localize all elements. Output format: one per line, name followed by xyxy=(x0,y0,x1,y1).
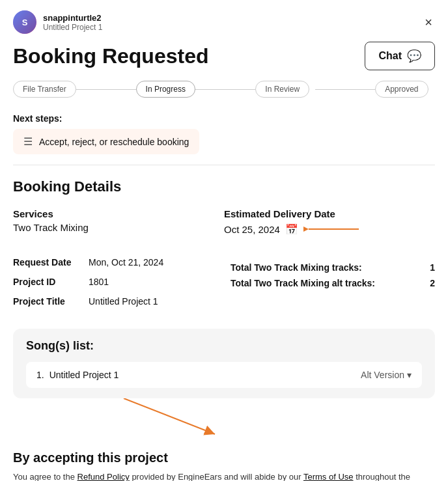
avatar: S xyxy=(13,10,36,34)
step-connector-3 xyxy=(315,89,375,90)
songs-title: Song(s) list: xyxy=(26,339,422,353)
details-grid: Services Two Track Mixing Estimated Deli… xyxy=(13,208,435,247)
booking-details: Booking Details Services Two Track Mixin… xyxy=(0,165,448,316)
track-label-2: Total Two Track Mixing alt tracks: xyxy=(231,278,375,288)
alt-version-label: Alt Version xyxy=(361,370,404,380)
step-connector-2 xyxy=(195,89,255,90)
track-row-1: Total Two Track Mixing tracks: 1 xyxy=(231,262,435,273)
page-title: Booking Requested xyxy=(13,44,208,68)
project-id-value: 1801 xyxy=(89,277,109,287)
project-title-label: Project Title xyxy=(13,296,78,307)
song-item: 1. Untitled Project 1 Alt Version ▾ xyxy=(26,362,422,388)
track-info: Total Two Track Mixing tracks: 1 Total T… xyxy=(231,262,435,316)
services-value: Two Track Mixing xyxy=(13,222,224,233)
detail-right: Estimated Delivery Date Oct 25, 2024 📅 xyxy=(224,208,435,247)
step-connector-1 xyxy=(76,89,136,90)
track-label-1: Total Two Track Mixing tracks: xyxy=(231,262,362,273)
project-title-row: Project Title Untitled Project 1 xyxy=(13,296,217,307)
arrow-annotation-horizontal xyxy=(303,222,362,236)
project-title-value: Untitled Project 1 xyxy=(89,296,158,307)
close-button[interactable]: × xyxy=(422,13,435,31)
title-area: Booking Requested Chat 💬 xyxy=(0,36,448,81)
header: S snappinturtle2 Untitled Project 1 × xyxy=(0,0,448,36)
track-row-2: Total Two Track Mixing alt tracks: 2 xyxy=(231,278,435,288)
delivery-date-row: Oct 25, 2024 📅 xyxy=(224,222,362,236)
user-info: snappinturtle2 Untitled Project 1 xyxy=(43,13,102,32)
list-icon: ☰ xyxy=(23,135,33,148)
request-date-label: Request Date xyxy=(13,257,78,268)
project-id-label: Project ID xyxy=(13,277,78,287)
chevron-down-icon: ▾ xyxy=(407,370,412,380)
step-label-in-review: In Review xyxy=(255,81,309,98)
header-left: S snappinturtle2 Untitled Project 1 xyxy=(13,10,102,34)
request-date-row: Request Date Mon, Oct 21, 2024 xyxy=(13,257,217,268)
step-label-file-transfer: File Transfer xyxy=(13,81,76,98)
song-left: 1. Untitled Project 1 xyxy=(36,370,119,380)
services-label: Services xyxy=(13,208,224,219)
request-date-value: Mon, Oct 21, 2024 xyxy=(89,257,163,268)
song-number: 1. xyxy=(36,370,44,380)
step-label-approved: Approved xyxy=(375,81,428,98)
step-in-review: In Review xyxy=(255,81,315,98)
next-steps-action-label: Accept, reject, or reschedule booking xyxy=(39,137,189,147)
booking-details-title: Booking Details xyxy=(13,178,435,195)
step-file-transfer: File Transfer xyxy=(13,81,76,98)
songs-section: Song(s) list: 1. Untitled Project 1 Alt … xyxy=(13,329,435,398)
progress-steps: File Transfer In Progress In Review Appr… xyxy=(0,81,448,108)
terms-link[interactable]: Terms of Use xyxy=(303,472,354,481)
next-steps-section: Next steps: ☰ Accept, reject, or resched… xyxy=(0,108,448,165)
track-count-1: 1 xyxy=(430,262,435,273)
song-name: Untitled Project 1 xyxy=(49,370,119,380)
step-label-in-progress: In Progress xyxy=(136,81,195,98)
svg-line-3 xyxy=(124,398,215,434)
detail-left: Services Two Track Mixing xyxy=(13,208,224,247)
next-steps-heading: Next steps: xyxy=(13,113,435,124)
refund-policy-link[interactable]: Refund Policy xyxy=(77,472,130,481)
username: snappinturtle2 xyxy=(43,13,102,23)
detail-rows: Request Date Mon, Oct 21, 2024 Project I… xyxy=(13,257,435,316)
delivery-label: Estimated Delivery Date xyxy=(224,208,435,219)
arrow-annotation-area xyxy=(13,398,435,437)
chat-button[interactable]: Chat 💬 xyxy=(365,42,435,70)
project-id-row: Project ID 1801 xyxy=(13,277,217,287)
diagonal-arrow-svg xyxy=(98,398,293,437)
accepting-desc: You agree to the Refund Policy provided … xyxy=(13,471,435,481)
chat-icon: 💬 xyxy=(407,49,421,63)
delivery-date: Oct 25, 2024 xyxy=(224,224,280,235)
alt-version-button[interactable]: Alt Version ▾ xyxy=(361,370,412,380)
step-in-progress: In Progress xyxy=(136,81,196,98)
track-count-2: 2 xyxy=(430,278,435,288)
accepting-desc-pre: You agree to the xyxy=(13,472,77,481)
accepting-section: By accepting this project You agree to t… xyxy=(0,437,448,481)
chat-label: Chat xyxy=(378,50,402,62)
step-approved: Approved xyxy=(375,81,435,98)
accepting-title: By accepting this project xyxy=(13,450,435,465)
next-steps-action-button[interactable]: ☰ Accept, reject, or reschedule booking xyxy=(13,129,199,154)
modal-container: S snappinturtle2 Untitled Project 1 × Bo… xyxy=(0,0,448,481)
accepting-desc-mid: provided by EngineEars and will abide by… xyxy=(130,472,303,481)
project-name-header: Untitled Project 1 xyxy=(43,23,102,32)
calendar-icon: 📅 xyxy=(285,223,298,236)
